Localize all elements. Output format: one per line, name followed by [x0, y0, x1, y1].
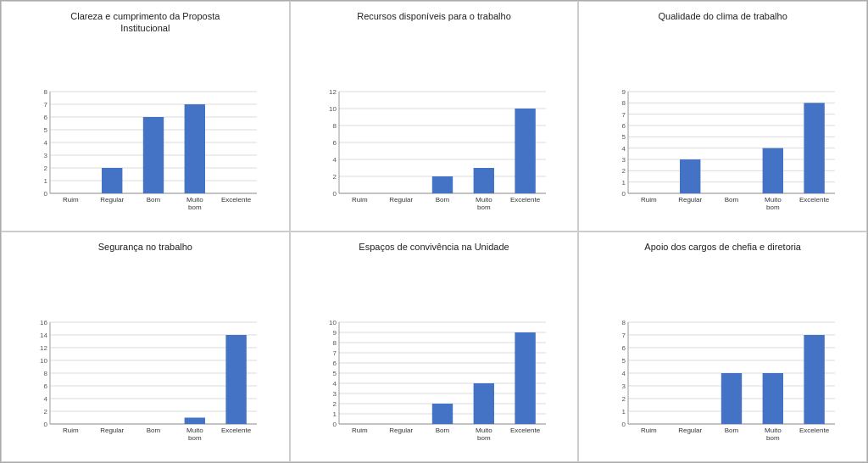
- svg-text:Muito: Muito: [765, 196, 782, 204]
- svg-rect-83: [804, 103, 824, 193]
- svg-rect-47: [432, 176, 453, 193]
- svg-rect-108: [185, 418, 205, 425]
- chart-area-3: 0123456789RuimRegularBomMuitobomExcelent…: [586, 25, 860, 224]
- chart-title-6: Apoio dos cargos de chefia e diretoria: [644, 241, 801, 253]
- svg-rect-144: [515, 332, 535, 424]
- svg-text:7: 7: [621, 332, 626, 339]
- svg-text:0: 0: [621, 421, 626, 428]
- svg-text:Regular: Regular: [389, 196, 413, 204]
- svg-text:6: 6: [621, 122, 626, 130]
- svg-text:Muito: Muito: [186, 196, 203, 204]
- svg-text:Excelente: Excelente: [799, 427, 830, 434]
- svg-text:10: 10: [329, 319, 337, 326]
- svg-text:0: 0: [44, 421, 48, 428]
- chart-cell-1: Clareza e cumprimento da PropostaInstitu…: [1, 1, 290, 232]
- svg-text:Excelente: Excelente: [799, 196, 830, 204]
- svg-rect-170: [762, 373, 782, 424]
- chart-area-4: 0246810121416RuimRegularBomMuitobomExcel…: [8, 256, 282, 455]
- svg-text:Regular: Regular: [101, 196, 125, 204]
- svg-text:1: 1: [333, 410, 337, 418]
- svg-text:2: 2: [333, 173, 337, 181]
- svg-text:Regular: Regular: [101, 427, 125, 434]
- svg-text:Regular: Regular: [389, 427, 413, 434]
- svg-text:12: 12: [329, 88, 337, 96]
- chart-area-1: 012345678RuimRegularBomMuitobomExcelente: [8, 38, 282, 224]
- svg-rect-52: [515, 109, 535, 193]
- svg-text:Muito: Muito: [765, 427, 782, 434]
- svg-text:8: 8: [44, 88, 48, 96]
- svg-text:6: 6: [333, 360, 337, 367]
- chart-cell-2: Recursos disponíveis para o trabalho0246…: [290, 1, 579, 232]
- svg-text:6: 6: [333, 139, 337, 147]
- svg-text:5: 5: [621, 357, 626, 365]
- svg-text:10: 10: [329, 105, 337, 113]
- svg-text:bom: bom: [188, 204, 202, 211]
- svg-rect-49: [474, 168, 494, 193]
- svg-text:10: 10: [40, 357, 47, 365]
- chart-cell-4: Segurança no trabalho0246810121416RuimRe…: [1, 232, 290, 462]
- svg-text:Bom: Bom: [724, 196, 738, 204]
- svg-text:6: 6: [44, 382, 48, 390]
- svg-text:4: 4: [621, 145, 626, 153]
- svg-text:0: 0: [621, 190, 626, 198]
- svg-text:3: 3: [621, 382, 626, 390]
- svg-text:4: 4: [44, 395, 48, 403]
- chart-title-2: Recursos disponíveis para o trabalho: [357, 10, 511, 22]
- svg-text:8: 8: [44, 370, 48, 377]
- svg-text:2: 2: [621, 395, 626, 403]
- chart-title-4: Segurança no trabalho: [98, 241, 192, 253]
- chart-area-2: 024681012RuimRegularBomMuitobomExcelente: [298, 25, 571, 224]
- svg-text:Muito: Muito: [476, 196, 492, 204]
- svg-rect-139: [432, 404, 453, 424]
- svg-text:7: 7: [621, 111, 626, 119]
- svg-text:3: 3: [333, 390, 337, 398]
- svg-text:9: 9: [333, 329, 337, 337]
- svg-text:6: 6: [621, 344, 626, 352]
- svg-text:Ruim: Ruim: [352, 427, 368, 434]
- svg-text:Bom: Bom: [147, 196, 161, 204]
- svg-text:3: 3: [44, 152, 48, 159]
- svg-text:Excelente: Excelente: [510, 427, 541, 434]
- chart-title-5: Espaços de convivência na Unidade: [359, 241, 509, 253]
- chart-cell-3: Qualidade do clima de trabalho0123456789…: [578, 1, 867, 232]
- svg-rect-23: [143, 117, 164, 193]
- svg-text:6: 6: [44, 114, 48, 121]
- svg-text:2: 2: [333, 400, 337, 408]
- svg-text:12: 12: [40, 344, 47, 352]
- chart-area-5: 012345678910RuimRegularBomMuitobomExcele…: [298, 256, 571, 455]
- svg-text:Regular: Regular: [678, 427, 702, 434]
- svg-text:3: 3: [621, 156, 626, 164]
- chart-title-1: Clareza e cumprimento da PropostaInstitu…: [70, 10, 220, 35]
- svg-rect-77: [680, 159, 700, 193]
- svg-text:Excelente: Excelente: [221, 427, 252, 434]
- svg-text:Bom: Bom: [147, 427, 161, 434]
- svg-rect-21: [102, 168, 122, 193]
- svg-text:4: 4: [333, 156, 337, 164]
- chart-title-3: Qualidade do clima de trabalho: [659, 10, 787, 22]
- svg-text:1: 1: [44, 177, 48, 185]
- svg-text:7: 7: [333, 349, 337, 357]
- svg-text:Muito: Muito: [186, 427, 203, 434]
- chart-area-6: 012345678RuimRegularBomMuitobomExcelente: [586, 256, 860, 455]
- svg-text:Ruim: Ruim: [352, 196, 368, 204]
- svg-text:0: 0: [44, 190, 48, 198]
- svg-text:2: 2: [44, 408, 48, 416]
- svg-text:8: 8: [621, 99, 626, 107]
- svg-rect-25: [185, 104, 205, 193]
- svg-text:8: 8: [333, 122, 337, 130]
- svg-text:7: 7: [44, 101, 48, 109]
- svg-text:5: 5: [44, 126, 48, 134]
- svg-text:2: 2: [44, 165, 48, 172]
- svg-text:8: 8: [621, 319, 626, 326]
- chart-cell-6: Apoio dos cargos de chefia e diretoria01…: [578, 232, 867, 462]
- svg-text:Regular: Regular: [678, 196, 702, 204]
- svg-text:bom: bom: [766, 434, 780, 442]
- svg-text:bom: bom: [766, 204, 780, 211]
- svg-text:Ruim: Ruim: [63, 427, 79, 434]
- svg-text:5: 5: [333, 370, 337, 377]
- svg-rect-173: [804, 335, 824, 424]
- svg-text:1: 1: [621, 408, 626, 416]
- svg-text:Bom: Bom: [436, 196, 450, 204]
- svg-text:bom: bom: [477, 434, 491, 442]
- svg-text:Excelente: Excelente: [510, 196, 541, 204]
